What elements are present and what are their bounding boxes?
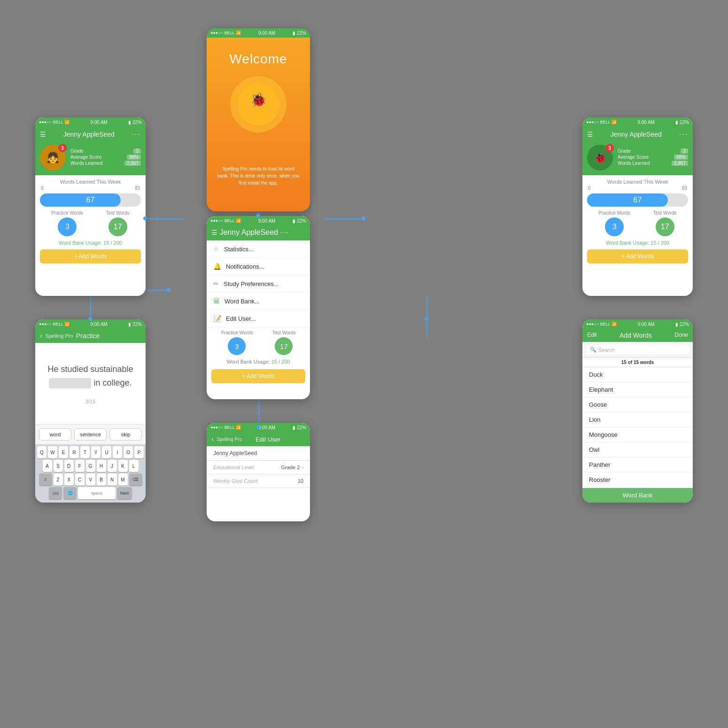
key-z[interactable]: Z [54, 473, 63, 486]
word-owl[interactable]: Owl [582, 442, 693, 457]
done-label[interactable]: Done [674, 332, 688, 339]
battery-bl: ▮ 22% [128, 322, 142, 327]
menu-wordbank-label: Word Bank... [225, 298, 260, 305]
search-input-box[interactable]: 🔍 Search [586, 345, 689, 355]
words-week-label-tl: Words Learned This Week [40, 179, 141, 185]
key-next[interactable]: Next [117, 487, 132, 499]
menu-item-edituser[interactable]: 📝 Edit User... [207, 310, 310, 327]
badge-tr: 3 [605, 144, 614, 152]
dot-v-edit [256, 425, 260, 429]
avatar-wrap-tl: 👧 3 [40, 145, 66, 170]
word-panther[interactable]: Panther [582, 457, 693, 472]
skip-btn[interactable]: skip [109, 428, 142, 441]
key-n[interactable]: N [108, 473, 117, 486]
key-f[interactable]: F [75, 460, 85, 472]
status-bar-br: ●●●○○ BELL 📶 9:00 AM ▮ 22% [582, 319, 693, 329]
key-p[interactable]: P [134, 446, 144, 458]
hamburger-tr[interactable]: ☰ [587, 131, 593, 138]
key-globe[interactable]: 🌐 [63, 487, 77, 499]
key-m[interactable]: M [118, 473, 128, 486]
edit-edu-field[interactable]: Educational Level Grade 2 › [207, 461, 310, 474]
key-l[interactable]: L [129, 460, 139, 472]
word-mongoose[interactable]: Mongoose [582, 427, 693, 442]
key-j[interactable]: J [108, 460, 117, 472]
key-q[interactable]: Q [37, 446, 46, 458]
word-bank-btn[interactable]: Word Bank [582, 488, 693, 503]
key-r[interactable]: R [70, 446, 79, 458]
practice-sentence: He studied sustainable in college. [47, 363, 133, 390]
sentence-btn[interactable]: sentence [74, 428, 107, 441]
key-e[interactable]: E [59, 446, 68, 458]
key-a[interactable]: A [43, 460, 52, 472]
back-label-edit: Spelling Pro [217, 437, 242, 442]
word-bank-usage-tl: Word Bank Usage: 15 / 200 [40, 240, 141, 246]
edit-title: Edit User [245, 436, 291, 443]
word-btn[interactable]: word [39, 428, 71, 441]
word-goose[interactable]: Goose [582, 397, 693, 412]
notif-icon: 🔔 [213, 263, 221, 270]
stat-avg: Average Score 98% [70, 155, 141, 160]
edit-name-field[interactable]: Jenny AppleSeed [207, 446, 310, 461]
key-b[interactable]: B [97, 473, 106, 486]
dot-right [362, 217, 365, 220]
hamburger-cm[interactable]: ☰ [211, 229, 217, 236]
add-words-btn-tl[interactable]: + Add Words [40, 249, 141, 263]
avatar-wrap-tr: 🐞 3 [587, 145, 613, 170]
add-words-title: Add Words [620, 332, 652, 339]
key-u[interactable]: U [102, 446, 111, 458]
key-k[interactable]: K [118, 460, 128, 472]
edit-edu-value: Grade 2 › [281, 465, 303, 470]
fill-blank[interactable] [49, 378, 91, 388]
key-g[interactable]: G [86, 460, 95, 472]
key-h[interactable]: H [97, 460, 106, 472]
edit-goal-field[interactable]: Weekly Goal Count 10 [207, 474, 310, 488]
key-123[interactable]: 123 [49, 487, 62, 499]
battery-br: ▮ 22% [675, 322, 689, 327]
key-c[interactable]: C [75, 473, 85, 486]
wordbank-icon: 🏛 [213, 297, 220, 305]
word-duck[interactable]: Duck [582, 367, 693, 382]
more-cm[interactable]: ··· [280, 228, 289, 236]
test-circle-tr: Test Words 17 [653, 210, 677, 236]
back-arrow-edit[interactable]: ‹ [211, 435, 214, 443]
status-bar-tr: ●●●○○ BELL 📶 9:00 AM ▮ 22% [582, 117, 693, 127]
dot-v-left [88, 317, 92, 321]
add-words-btn-tr[interactable]: + Add Words [587, 249, 688, 263]
add-words-btn-cm[interactable]: + Add Words [211, 369, 305, 383]
key-d[interactable]: D [64, 460, 74, 472]
word-rooster[interactable]: Rooster [582, 472, 693, 488]
menu-item-notifications[interactable]: 🔔 Notifications... [207, 258, 310, 275]
key-y[interactable]: Y [91, 446, 101, 458]
menu-item-wordbank[interactable]: 🏛 Word Bank... [207, 293, 310, 310]
word-count: 15 of 15 words [582, 358, 693, 367]
word-lion[interactable]: Lion [582, 412, 693, 427]
stats-icon: ☆ [213, 245, 219, 253]
practice-num-cm: 3 [228, 337, 246, 355]
edit-label[interactable]: Edit [587, 332, 597, 339]
key-backspace[interactable]: ⌫ [129, 473, 142, 486]
edituser-icon: 📝 [213, 315, 221, 322]
key-s[interactable]: S [54, 460, 63, 472]
menu-header: ☰ Jenny AppleSeed ··· [207, 225, 310, 240]
hamburger-tl[interactable]: ☰ [40, 131, 46, 138]
key-space[interactable]: space [78, 487, 116, 499]
key-w[interactable]: W [48, 446, 57, 458]
stat-words-tr: Words Learned 2,957 [618, 161, 688, 166]
key-v[interactable]: V [86, 473, 95, 486]
dot-v-right [425, 317, 428, 321]
menu-item-study[interactable]: ✏ Study Preferences... [207, 275, 310, 293]
key-i[interactable]: I [113, 446, 122, 458]
key-x[interactable]: X [64, 473, 74, 486]
more-tl[interactable]: ··· [132, 130, 141, 139]
usage-val-tl: 15 / 200 [103, 240, 122, 246]
key-t[interactable]: T [80, 446, 90, 458]
back-arrow-practice[interactable]: ‹ [40, 332, 42, 340]
menu-item-statistics[interactable]: ☆ Statistics... [207, 240, 310, 258]
battery-welcome: ▮ 22% [293, 31, 306, 36]
key-shift[interactable]: ⇧ [39, 473, 52, 486]
keyboard-row-2: A S D F G H J K L [36, 460, 145, 472]
more-tr[interactable]: ··· [679, 130, 688, 139]
progress-value-tl: 67 [40, 196, 141, 204]
key-o[interactable]: O [124, 446, 133, 458]
word-elephant[interactable]: Elephant [582, 382, 693, 397]
